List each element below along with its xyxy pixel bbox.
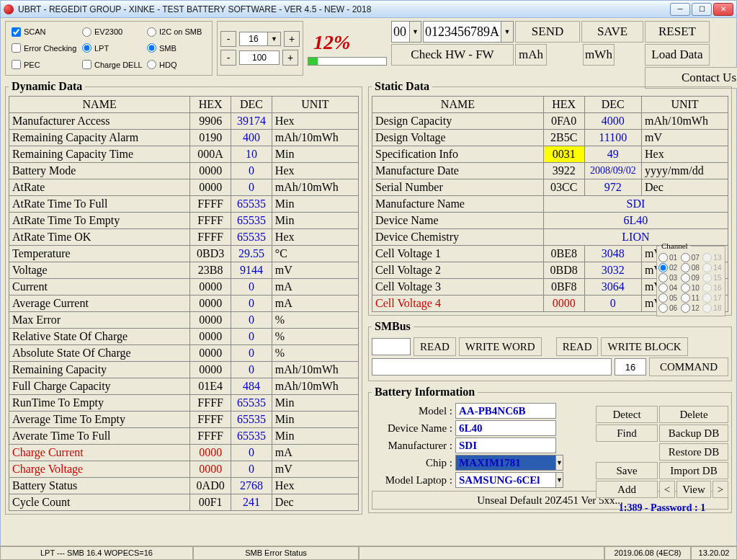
spinners-panel: - ▼ + - +: [217, 21, 303, 76]
save-button[interactable]: SAVE: [581, 21, 643, 43]
smbus-val[interactable]: [615, 358, 646, 375]
opt-chargedell[interactable]: Charge DELL: [82, 57, 141, 72]
reset-button[interactable]: RESET: [645, 21, 710, 43]
table-row[interactable]: Voltage23B89144mV: [9, 262, 359, 279]
spin1-drop[interactable]: ▼: [268, 32, 281, 46]
addr1-drop[interactable]: ▼: [410, 21, 421, 43]
table-row[interactable]: Design Capacity0FA04000mAh/10mWh: [372, 113, 728, 130]
table-row[interactable]: Manufacture NameSDI: [372, 196, 728, 213]
spin1-minus[interactable]: -: [220, 31, 236, 47]
channel-05[interactable]: 05: [658, 293, 679, 303]
table-row[interactable]: Remaining Capacity Time000A10Min: [9, 146, 359, 163]
loaddata-button[interactable]: Load Data: [645, 44, 710, 66]
opt-smb[interactable]: SMB: [147, 41, 206, 56]
binfo-laptop-drop[interactable]: ▼: [556, 472, 563, 488]
table-row[interactable]: Remaining Capacity Alarm0190400mAh/10mWh: [9, 130, 359, 146]
spin2-input[interactable]: [239, 50, 280, 65]
binfo-model[interactable]: [455, 403, 556, 419]
channel-02[interactable]: 02: [658, 263, 679, 272]
channel-10[interactable]: 10: [681, 283, 702, 293]
channel-09[interactable]: 09: [681, 273, 702, 283]
table-row[interactable]: Specification Info003149Hex: [372, 146, 728, 163]
table-row[interactable]: Device Name6L40: [372, 213, 728, 229]
table-row[interactable]: AtRate00000mAh/10mWh: [9, 179, 359, 196]
table-row[interactable]: Current00000mA: [9, 279, 359, 295]
addr2-drop[interactable]: ▼: [501, 21, 514, 43]
table-row[interactable]: Relative State Of Charge00000%: [9, 329, 359, 345]
smbus-writeword[interactable]: WRITE WORD: [459, 337, 542, 356]
opt-scan[interactable]: SCAN: [12, 25, 76, 40]
smbus-writeblock[interactable]: WRITE BLOCK: [601, 337, 687, 356]
find-button[interactable]: Find: [596, 425, 658, 442]
table-row[interactable]: Charge Voltage00000mV: [9, 461, 359, 478]
table-row[interactable]: Remaining Capacity00000mAh/10mWh: [9, 362, 359, 378]
import-button[interactable]: Import DB: [659, 462, 728, 479]
mah-button[interactable]: mAh: [515, 44, 547, 66]
backup-button[interactable]: Backup DB: [659, 425, 728, 442]
table-row[interactable]: Cycle Count00F1241Dec: [9, 494, 359, 511]
prev-button[interactable]: <: [659, 481, 675, 498]
opt-i2c[interactable]: I2C on SMB: [147, 25, 206, 40]
table-row[interactable]: Serial Number03CC972Dec: [372, 179, 728, 196]
opt-errchk[interactable]: Error Checking: [12, 41, 76, 56]
table-row[interactable]: Average Time To EmptyFFFF65535Min: [9, 412, 359, 428]
spin1-plus[interactable]: +: [284, 31, 300, 47]
table-row[interactable]: Average Current00000mA: [9, 295, 359, 312]
table-row[interactable]: Charge Current00000mA: [9, 445, 359, 461]
channel-06[interactable]: 06: [658, 303, 679, 313]
mwh-button[interactable]: mWh: [583, 44, 615, 66]
binfo-devname[interactable]: [455, 420, 556, 436]
binfo-chip[interactable]: [455, 455, 556, 471]
table-row[interactable]: AtRate Time To FullFFFF65535Min: [9, 196, 359, 213]
opt-hdq[interactable]: HDQ: [147, 57, 206, 72]
table-row[interactable]: Full Charge Capacity01E4484mAh/10mWh: [9, 378, 359, 395]
channel-03[interactable]: 03: [658, 273, 679, 283]
channel-12[interactable]: 12: [681, 303, 702, 313]
close-button[interactable]: ✕: [713, 3, 733, 16]
table-row[interactable]: Battery Status0AD02768Hex: [9, 478, 359, 494]
addr2-input[interactable]: 0123456789A: [423, 21, 501, 43]
opt-lpt[interactable]: LPT: [82, 41, 141, 56]
table-row[interactable]: RunTime To EmptyFFFF65535Min: [9, 395, 359, 412]
detect-button[interactable]: Detect: [596, 406, 658, 423]
send-button[interactable]: SEND: [515, 21, 580, 43]
binfo-chip-drop[interactable]: ▼: [556, 455, 563, 471]
smbus-read1[interactable]: READ: [414, 337, 456, 356]
channel-07[interactable]: 07: [681, 253, 702, 262]
table-row[interactable]: Temperature0BD329.55°C: [9, 246, 359, 262]
next-button[interactable]: >: [713, 481, 728, 498]
table-row[interactable]: AtRate Time To EmptyFFFF65535Min: [9, 213, 359, 229]
savedb-button[interactable]: Save: [596, 462, 658, 479]
channel-01[interactable]: 01: [658, 253, 679, 262]
maximize-button[interactable]: ☐: [692, 3, 712, 16]
opt-pec[interactable]: PEC: [12, 57, 76, 72]
table-row[interactable]: Averate Time To FullFFFF65535Min: [9, 428, 359, 445]
binfo-mfr[interactable]: [455, 437, 556, 453]
minimize-button[interactable]: ─: [670, 3, 690, 16]
table-row[interactable]: Manufacturer Access990639174Hex: [9, 113, 359, 130]
channel-11[interactable]: 11: [681, 293, 702, 303]
table-row[interactable]: AtRate Time OKFFFF65535Hex: [9, 229, 359, 246]
spin2-minus[interactable]: -: [220, 50, 236, 66]
opt-ev2300[interactable]: EV2300: [82, 25, 141, 40]
binfo-laptop[interactable]: [455, 472, 556, 488]
table-row[interactable]: Manufacture Date39222008/09/02yyyy/mm/dd: [372, 163, 728, 179]
channel-04[interactable]: 04: [658, 283, 679, 293]
smbus-addr1[interactable]: [372, 338, 411, 355]
delete-button[interactable]: Delete: [659, 406, 728, 423]
smbus-command[interactable]: COMMAND: [649, 357, 728, 376]
spin1-input[interactable]: [239, 32, 268, 46]
addr1-input[interactable]: 00: [391, 21, 410, 43]
table-row[interactable]: Battery Mode00000Hex: [9, 163, 359, 179]
table-row[interactable]: Max Error00000%: [9, 312, 359, 329]
smbus-data[interactable]: [372, 358, 612, 375]
spin2-plus[interactable]: +: [282, 50, 298, 66]
table-row[interactable]: Absolute State Of Charge00000%: [9, 345, 359, 362]
add-button[interactable]: Add: [596, 481, 658, 498]
smbus-read2[interactable]: READ: [556, 337, 599, 356]
checkhw-button[interactable]: Check HW - FW: [391, 44, 514, 66]
channel-08[interactable]: 08: [681, 263, 702, 272]
view-button[interactable]: View: [676, 481, 711, 498]
restore-button[interactable]: Restore DB: [659, 443, 728, 461]
table-row[interactable]: Design Voltage2B5C11100mV: [372, 130, 728, 146]
